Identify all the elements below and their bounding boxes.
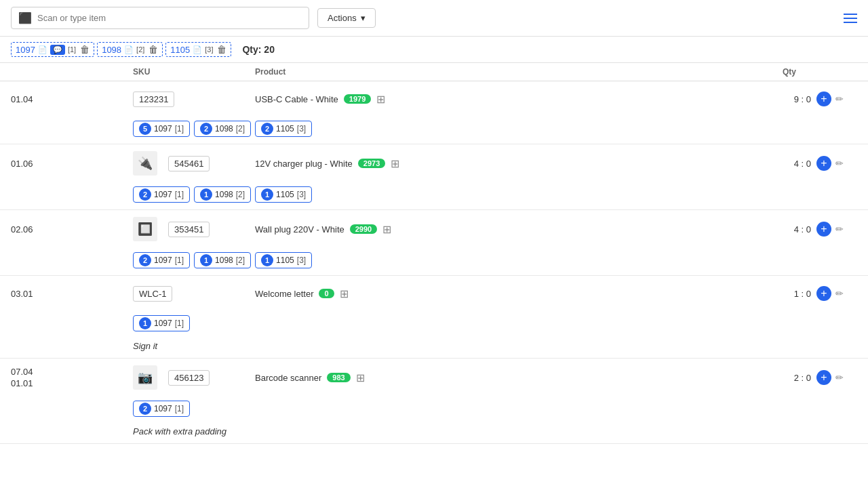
- order-tab-1098-link[interactable]: 1098: [102, 45, 121, 55]
- order-tags-row: 2 1097 [1] 1 1098 [2] 1 1105 [3]: [0, 248, 868, 275]
- row-actions: + ✏: [816, 222, 857, 237]
- header-col-actions: [816, 67, 857, 77]
- product-info: Welcome letter 0 ⊞: [255, 287, 735, 300]
- product-badge: 983: [327, 373, 350, 382]
- actions-label: Actions: [328, 13, 357, 23]
- location-area: 03.01: [11, 289, 133, 299]
- row-actions: + ✏: [816, 156, 857, 171]
- order-tab-1105-delete[interactable]: 🗑: [217, 44, 226, 55]
- order-tab-1105-copy-icon[interactable]: 📄: [193, 45, 202, 54]
- qty-add-button[interactable]: +: [816, 92, 831, 106]
- product-name: 12V charger plug - White: [255, 159, 353, 169]
- product-name: Welcome letter: [255, 289, 313, 299]
- tag-bracket: [1]: [175, 256, 184, 265]
- sku-img-cell: 🔲 353451: [133, 217, 255, 241]
- add-product-icon[interactable]: ⊞: [382, 223, 391, 236]
- tag-id: 1105: [276, 256, 294, 265]
- product-image: 📷: [133, 365, 157, 390]
- tag-num: 5: [139, 123, 151, 135]
- product-badge: 1979: [344, 94, 371, 104]
- tag-id: 1097: [154, 124, 172, 134]
- sku-box: 456123: [168, 370, 210, 386]
- add-product-icon[interactable]: ⊞: [340, 287, 349, 300]
- product-info: 12V charger plug - White 2973 ⊞: [255, 157, 735, 170]
- hamburger-menu-icon[interactable]: [844, 11, 857, 26]
- tag-bracket: [1]: [175, 319, 184, 328]
- barcode-icon: ⬛: [18, 12, 32, 24]
- row-actions: + ✏: [816, 92, 857, 106]
- edit-icon[interactable]: ✏: [835, 224, 844, 235]
- header-col-product: Product: [255, 67, 735, 77]
- product-main-row: 01.06 🔌 545461 12V charger plug - White …: [0, 144, 868, 182]
- order-tab-1098[interactable]: 1098 📄 [2] 🗑: [97, 42, 163, 57]
- tag-chip: 5 1097 [1]: [133, 121, 190, 137]
- tag-id: 1097: [154, 256, 172, 265]
- order-tab-1098-delete[interactable]: 🗑: [149, 44, 158, 55]
- tag-bracket: [3]: [297, 124, 306, 134]
- order-tab-1098-copy-icon[interactable]: 📄: [124, 45, 134, 54]
- product-image: 🔲: [133, 217, 157, 241]
- product-name: Wall plug 220V - White: [255, 224, 344, 235]
- order-tab-1105[interactable]: 1105 📄 [3] 🗑: [165, 42, 231, 57]
- location-cell: 07.04: [11, 367, 33, 377]
- location-area: 07.0401.01: [11, 367, 133, 388]
- sku-box: 123231: [133, 92, 174, 107]
- location-area: 01.06: [11, 159, 133, 169]
- qty-add-button[interactable]: +: [816, 222, 831, 237]
- tag-num: 2: [200, 123, 212, 135]
- tag-num: 2: [139, 188, 151, 201]
- location-cell: 03.01: [11, 289, 33, 299]
- order-tab-1097-link[interactable]: 1097: [16, 45, 35, 55]
- edit-icon[interactable]: ✏: [835, 94, 844, 104]
- tag-num: 1: [200, 254, 212, 266]
- qty-add-button[interactable]: +: [816, 370, 831, 385]
- order-tags-row: 1 1097 [1]: [0, 311, 868, 338]
- product-note: Sign it: [0, 338, 868, 358]
- edit-icon[interactable]: ✏: [835, 372, 844, 383]
- product-name: Barcode scanner: [255, 373, 321, 383]
- tag-bracket: [2]: [236, 256, 245, 265]
- edit-icon[interactable]: ✏: [835, 158, 844, 169]
- qty-add-button[interactable]: +: [816, 156, 831, 171]
- tag-num: 1: [139, 317, 151, 329]
- actions-button[interactable]: Actions ▾: [317, 8, 376, 28]
- order-tab-1097-badge: [1]: [68, 45, 76, 54]
- tag-id: 1098: [215, 124, 233, 134]
- product-badge: 0: [319, 289, 334, 298]
- product-rows: 01.04 123231 USB-C Cable - White 1979 ⊞ …: [0, 81, 868, 444]
- scan-input[interactable]: [37, 13, 302, 23]
- product-main-row: 03.01 WLC-1 Welcome letter 0 ⊞ 1 : 0 + ✏: [0, 276, 868, 311]
- actions-arrow: ▾: [361, 13, 366, 23]
- tag-chip: 1 1098 [2]: [194, 252, 251, 268]
- product-row: 01.06 🔌 545461 12V charger plug - White …: [0, 144, 868, 210]
- location-cell: 01.04: [11, 94, 33, 104]
- sku-img-cell: 📷 456123: [133, 365, 255, 390]
- product-row: 03.01 WLC-1 Welcome letter 0 ⊞ 1 : 0 + ✏…: [0, 276, 868, 359]
- tag-id: 1097: [154, 190, 172, 199]
- tag-bracket: [1]: [175, 124, 184, 134]
- tag-bracket: [1]: [175, 404, 184, 413]
- order-tab-1105-link[interactable]: 1105: [170, 45, 190, 55]
- scan-input-wrapper[interactable]: ⬛: [11, 7, 309, 29]
- tag-bracket: [2]: [236, 124, 245, 134]
- tag-chip: 1 1105 [3]: [255, 186, 312, 203]
- product-main-row: 01.04 123231 USB-C Cable - White 1979 ⊞ …: [0, 81, 868, 117]
- qty-cell: 1 : 0: [735, 289, 816, 299]
- location-cell: 01.06: [11, 159, 33, 169]
- order-tab-1097[interactable]: 1097 📄 💬 [1] 🗑: [11, 42, 94, 57]
- add-product-icon[interactable]: ⊞: [376, 93, 385, 106]
- tag-id: 1105: [276, 124, 294, 134]
- order-tab-1097-delete[interactable]: 🗑: [80, 44, 90, 55]
- sku-img-cell: WLC-1: [133, 286, 255, 302]
- add-product-icon[interactable]: ⊞: [356, 371, 365, 384]
- tag-num: 1: [200, 188, 212, 201]
- tag-chip: 1 1098 [2]: [194, 186, 251, 203]
- edit-icon[interactable]: ✏: [835, 288, 844, 299]
- order-tab-1097-comment-icon: 💬: [50, 45, 65, 55]
- add-product-icon[interactable]: ⊞: [391, 157, 399, 170]
- qty-add-button[interactable]: +: [816, 286, 831, 301]
- tag-num: 2: [139, 403, 151, 415]
- order-tab-1097-copy-icon[interactable]: 📄: [38, 45, 47, 54]
- tag-chip: 2 1098 [2]: [194, 121, 251, 137]
- tag-chip: 1 1105 [3]: [255, 252, 312, 268]
